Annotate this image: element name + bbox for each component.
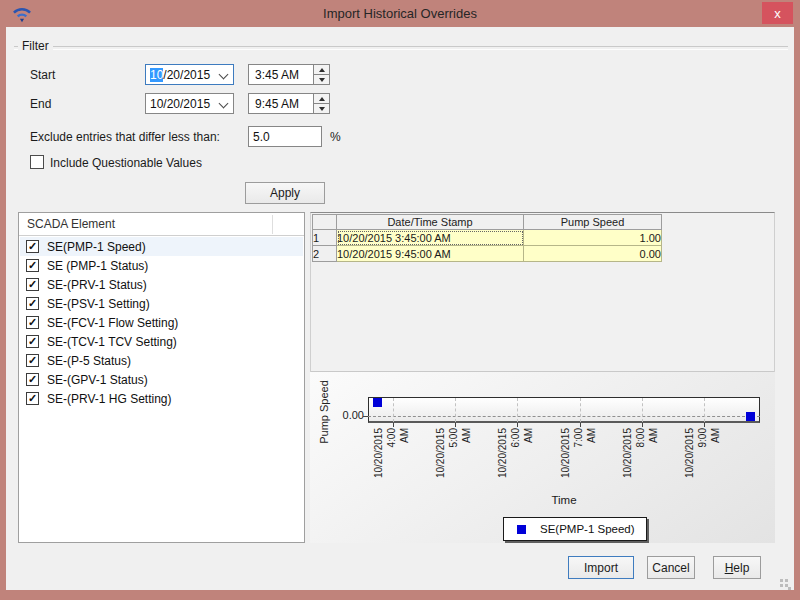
window-title: Import Historical Overrides [323, 6, 477, 21]
item-checkbox[interactable]: ✓ [26, 259, 39, 272]
close-icon: x [774, 6, 781, 21]
vertical-gridline [704, 398, 705, 422]
x-tick-mark [580, 423, 581, 427]
vertical-gridline [455, 398, 456, 422]
spin-up-button[interactable] [314, 65, 329, 75]
cancel-button-label: Cancel [652, 561, 689, 575]
start-label: Start [30, 68, 55, 82]
column-divider [272, 215, 273, 234]
start-time-spinner[interactable]: 3:45 AM [248, 64, 330, 85]
arrow-up-icon [319, 68, 325, 72]
row-number-cell[interactable]: 2 [313, 246, 337, 262]
scada-signal-icon [10, 4, 34, 23]
item-label: SE-(PSV-1 Setting) [47, 297, 150, 311]
vertical-gridline [393, 398, 394, 422]
item-label: SE-(PRV-1 Status) [47, 278, 147, 292]
dialog-window: Import Historical Overrides x Filter Sta… [0, 0, 800, 600]
x-tick-mark [517, 423, 518, 427]
datetime-cell[interactable]: 10/20/2015 9:45:00 AM [337, 246, 524, 262]
plot-area [368, 397, 760, 423]
apply-button-label: Apply [270, 186, 300, 200]
start-time-value: 3:45 AM [255, 68, 299, 82]
item-checkbox[interactable]: ✓ [26, 316, 39, 329]
data-point-marker [746, 412, 755, 421]
item-checkbox[interactable]: ✓ [26, 392, 39, 405]
scada-list-header[interactable]: SCADA Element [19, 213, 304, 236]
exclude-label: Exclude entries that differ less than: [30, 130, 220, 144]
close-button[interactable]: x [762, 2, 793, 24]
vertical-gridline [642, 398, 643, 422]
x-tick-label: 10/20/20156:00AM [496, 428, 538, 492]
start-date-selected-text: 10 [150, 68, 163, 82]
x-tick-mark [704, 423, 705, 427]
legend-series-label: SE(PMP-1 Speed) [540, 523, 635, 535]
value-cell[interactable]: 0.00 [524, 246, 662, 262]
item-checkbox[interactable]: ✓ [26, 335, 39, 348]
list-item[interactable]: ✓SE-(PRV-1 HG Setting) [20, 389, 303, 408]
resize-grip[interactable] [780, 579, 783, 582]
end-date-text: 10/20/2015 [150, 97, 210, 111]
pump-speed-chart: Pump Speed 0.00 Time SE(PMP-1 Speed) 10/… [310, 372, 775, 543]
spin-up-button[interactable] [314, 94, 329, 104]
list-item[interactable]: ✓SE(PMP-1 Speed) [20, 237, 303, 256]
column-header[interactable]: Pump Speed [524, 215, 662, 230]
row-number-cell[interactable]: 1 [313, 230, 337, 246]
zero-gridline [368, 416, 760, 417]
spin-down-button[interactable] [314, 104, 329, 113]
list-item[interactable]: ✓SE-(TCV-1 TCV Setting) [20, 332, 303, 351]
include-questionable-checkbox[interactable] [30, 155, 44, 169]
vertical-gridline [517, 398, 518, 422]
start-date-text: /20/2015 [163, 68, 210, 82]
legend-marker-icon [517, 525, 526, 534]
item-label: SE-(P-5 Status) [47, 354, 131, 368]
chart-legend: SE(PMP-1 Speed) [503, 517, 647, 541]
end-date-combobox[interactable]: 10/20/2015 [145, 93, 234, 114]
item-checkbox[interactable]: ✓ [26, 373, 39, 386]
y-tick-label: 0.00 [320, 409, 364, 421]
end-time-value: 9:45 AM [255, 97, 299, 111]
item-label: SE (PMP-1 Status) [47, 259, 148, 273]
list-item[interactable]: ✓SE (PMP-1 Status) [20, 256, 303, 275]
x-tick-mark [642, 423, 643, 427]
end-label: End [30, 97, 51, 111]
list-item[interactable]: ✓SE-(P-5 Status) [20, 351, 303, 370]
import-button[interactable]: Import [568, 556, 634, 579]
item-checkbox[interactable]: ✓ [26, 354, 39, 367]
help-button-label: Help [725, 561, 750, 575]
chevron-down-icon[interactable] [219, 99, 229, 109]
column-header[interactable]: Date/Time Stamp [337, 215, 524, 230]
title-bar[interactable]: Import Historical Overrides x [0, 0, 800, 27]
table-row: 110/20/2015 3:45:00 AM1.00 [313, 230, 662, 246]
item-checkbox[interactable]: ✓ [26, 278, 39, 291]
x-tick-mark [455, 423, 456, 427]
item-checkbox[interactable]: ✓ [26, 240, 39, 253]
data-point-marker [373, 398, 382, 407]
item-checkbox[interactable]: ✓ [26, 297, 39, 310]
item-label: SE-(GPV-1 Status) [47, 373, 148, 387]
column-header[interactable] [313, 215, 337, 230]
list-item[interactable]: ✓SE-(PSV-1 Setting) [20, 294, 303, 313]
vertical-gridline [580, 398, 581, 422]
value-cell[interactable]: 1.00 [524, 230, 662, 246]
help-button[interactable]: Help [713, 556, 761, 579]
exclude-threshold-input[interactable] [248, 126, 322, 147]
arrow-down-icon [319, 78, 325, 82]
list-item[interactable]: ✓SE-(GPV-1 Status) [20, 370, 303, 389]
import-button-label: Import [584, 561, 618, 575]
chevron-down-icon[interactable] [219, 70, 229, 80]
item-label: SE-(PRV-1 HG Setting) [47, 392, 172, 406]
x-tick-label: 10/20/20154:00AM [372, 428, 414, 492]
apply-button[interactable]: Apply [245, 182, 325, 204]
x-tick-label: 10/20/20155:00AM [434, 428, 476, 492]
list-item[interactable]: ✓SE-(PRV-1 Status) [20, 275, 303, 294]
scada-element-list: SCADA Element ✓SE(PMP-1 Speed)✓SE (PMP-1… [18, 212, 305, 543]
list-item[interactable]: ✓SE-(FCV-1 Flow Setting) [20, 313, 303, 332]
end-time-spinner[interactable]: 9:45 AM [248, 93, 330, 114]
scada-header-label: SCADA Element [27, 217, 115, 231]
datetime-cell[interactable]: 10/20/2015 3:45:00 AM [337, 230, 524, 246]
x-tick-label: 10/20/20158:00AM [621, 428, 663, 492]
spin-down-button[interactable] [314, 75, 329, 84]
start-date-combobox[interactable]: 10/20/2015 [145, 64, 234, 85]
x-tick-label: 10/20/20157:00AM [559, 428, 601, 492]
cancel-button[interactable]: Cancel [647, 556, 695, 579]
